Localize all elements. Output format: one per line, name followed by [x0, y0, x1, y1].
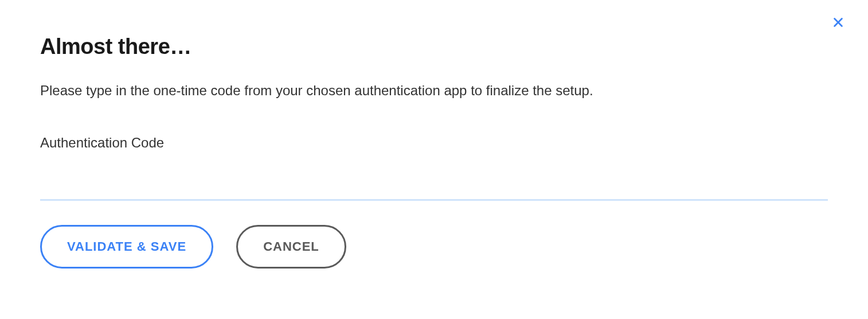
close-icon — [832, 16, 844, 30]
auth-code-input[interactable] — [40, 157, 828, 201]
auth-code-label: Authentication Code — [40, 135, 828, 151]
modal-title: Almost there… — [40, 34, 828, 59]
button-row: VALIDATE & SAVE CANCEL — [40, 225, 828, 269]
validate-save-button[interactable]: VALIDATE & SAVE — [40, 225, 213, 269]
close-button[interactable] — [831, 16, 845, 30]
modal-content: Almost there… Please type in the one-tim… — [0, 0, 868, 269]
cancel-button[interactable]: CANCEL — [236, 225, 346, 269]
modal-description: Please type in the one-time code from yo… — [40, 81, 828, 100]
